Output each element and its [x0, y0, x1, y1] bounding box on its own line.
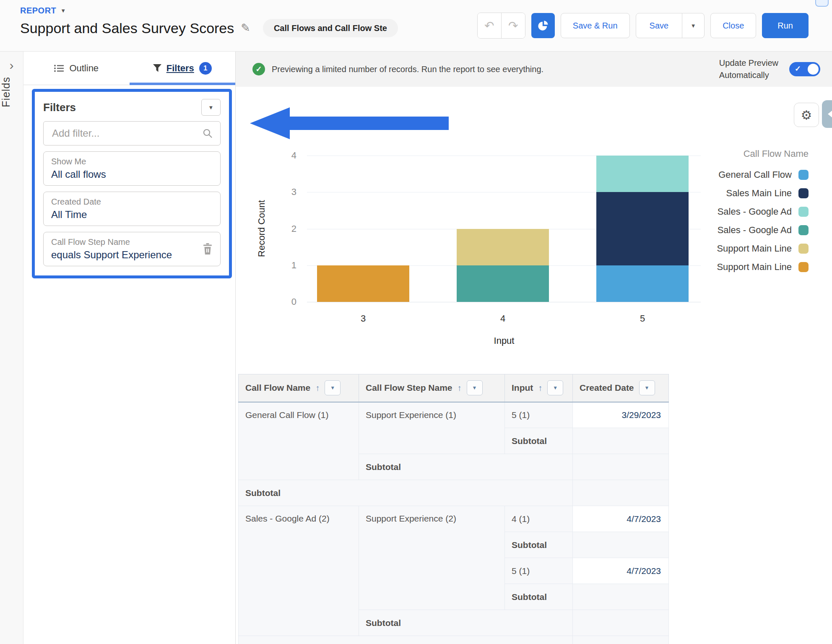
table-row: Subtotal	[239, 480, 669, 506]
toggle-chart-button[interactable]	[531, 13, 555, 38]
group-cell[interactable]: Sales - Google Ad (2)	[239, 506, 359, 636]
created-date-cell[interactable]: 4/7/2023	[573, 506, 669, 532]
legend-swatch	[798, 244, 809, 254]
empty-cell	[573, 428, 669, 454]
panel-tabs: Outline Filters 1	[23, 52, 235, 85]
update-preview-toggle[interactable]: ✓	[789, 62, 820, 76]
trash-icon[interactable]	[203, 243, 213, 255]
subtotal-cell: Subtotal	[239, 636, 573, 644]
column-menu-button[interactable]: ▼	[467, 380, 483, 395]
column-menu-button[interactable]: ▼	[639, 380, 655, 395]
chevron-down-icon: ▼	[691, 23, 696, 29]
report-canvas: ✓ Previewing a limited number of records…	[235, 52, 832, 644]
bar-segment[interactable]	[317, 265, 409, 302]
chart-region: ⚙ Record Count Input 01234345 Call Flow …	[236, 87, 832, 380]
filter-card-created-date[interactable]: Created Date All Time	[43, 192, 221, 226]
check-icon: ✓	[795, 64, 801, 73]
input-value-cell[interactable]: 5 (1)	[505, 558, 573, 584]
legend-swatch	[798, 188, 809, 198]
filters-count-badge: 1	[199, 62, 212, 75]
fields-rail[interactable]: › Fields	[0, 52, 23, 644]
tab-outline-label: Outline	[69, 63, 99, 74]
x-axis-tick: 3	[338, 313, 388, 324]
empty-cell	[573, 610, 669, 636]
preview-message: Previewing a limited number of records. …	[272, 65, 543, 74]
preview-banner: ✓ Previewing a limited number of records…	[236, 52, 832, 87]
filter-label: Call Flow Step Name	[51, 237, 203, 247]
legend-swatch	[798, 170, 809, 180]
app-header: REPORT ▼ Support and Sales Survey Scores…	[0, 0, 832, 52]
add-filter-input[interactable]	[51, 127, 203, 140]
page-title: Support and Sales Survey Scores	[20, 20, 234, 36]
input-value-cell[interactable]: 4 (1)	[505, 506, 573, 532]
legend-label: Sales - Google Ad	[718, 225, 792, 236]
chevron-down-icon: ▼	[208, 104, 214, 111]
group-cell[interactable]: General Call Flow (1)	[239, 402, 359, 480]
legend-item[interactable]: Support Main Line	[670, 239, 809, 258]
column-menu-button[interactable]: ▼	[325, 380, 341, 395]
save-dropdown-button[interactable]: ▼	[682, 13, 704, 38]
report-type-dropdown[interactable]: REPORT ▼	[20, 6, 398, 16]
subtotal-cell: Subtotal	[505, 584, 573, 610]
sort-asc-icon: ↑	[458, 383, 462, 393]
group-cell[interactable]: Support Experience (1)	[359, 402, 505, 454]
bar-segment[interactable]	[457, 229, 549, 265]
bar-segment[interactable]	[457, 265, 549, 302]
x-axis-tick: 4	[478, 313, 528, 324]
filter-card-show-me[interactable]: Show Me All call flows	[43, 151, 221, 186]
filter-label: Created Date	[51, 197, 213, 207]
legend-label: Support Main Line	[717, 262, 792, 273]
fields-rail-label: Fields	[0, 77, 12, 107]
legend-swatch	[798, 262, 809, 272]
empty-cell	[573, 584, 669, 610]
edit-pencil-icon[interactable]: ✎	[241, 21, 250, 35]
undo-icon: ↶	[484, 19, 494, 33]
y-axis-tick: 4	[278, 150, 296, 161]
subtotal-cell: Subtotal	[359, 610, 573, 636]
gridline	[307, 302, 701, 302]
input-value-cell[interactable]: 5 (1)	[505, 402, 573, 428]
created-date-cell[interactable]: 3/29/2023	[573, 402, 669, 428]
undo-button[interactable]: ↶	[478, 13, 501, 38]
group-cell[interactable]: Support Experience (2)	[359, 506, 505, 610]
redo-button[interactable]: ↷	[501, 13, 525, 38]
created-date-cell[interactable]: 4/7/2023	[573, 558, 669, 584]
save-and-run-button[interactable]: Save & Run	[561, 13, 630, 38]
filter-card-call-flow-step-name[interactable]: Call Flow Step Name equals Support Exper…	[43, 232, 221, 266]
outline-list-icon	[54, 65, 64, 72]
subtotal-cell: Subtotal	[505, 532, 573, 558]
filters-panel-title: Filters	[43, 101, 76, 114]
column-header-created-date[interactable]: Created Date ▼	[573, 374, 669, 402]
column-header-call-flow-name[interactable]: Call Flow Name ↑ ▼	[239, 374, 359, 402]
column-menu-button[interactable]: ▼	[547, 380, 563, 395]
chart-legend: Call Flow Name General Call FlowSales Ma…	[670, 145, 809, 276]
run-button[interactable]: Run	[762, 13, 809, 38]
legend-item[interactable]: Sales Main Line	[670, 184, 809, 203]
tab-filters-label: Filters	[166, 63, 194, 74]
table-header-row: Call Flow Name ↑ ▼ Call Flow Step Name ↑…	[239, 374, 669, 402]
x-axis-title: Input	[494, 335, 515, 346]
expand-chevron-icon[interactable]: ›	[0, 59, 23, 72]
tab-outline[interactable]: Outline	[23, 52, 130, 85]
tab-filters[interactable]: Filters 1	[130, 52, 236, 85]
save-split-button: Save ▼	[636, 13, 705, 38]
close-button[interactable]: Close	[710, 13, 756, 38]
add-filter-field	[43, 121, 221, 145]
column-header-input[interactable]: Input ↑ ▼	[505, 374, 573, 402]
subtotal-cell: Subtotal	[239, 480, 573, 506]
save-button[interactable]: Save	[636, 13, 682, 38]
column-header-call-flow-step-name[interactable]: Call Flow Step Name ↑ ▼	[359, 374, 505, 402]
report-preview-table: Call Flow Name ↑ ▼ Call Flow Step Name ↑…	[238, 374, 669, 644]
legend-title: Call Flow Name	[670, 145, 809, 162]
filters-menu-button[interactable]: ▼	[201, 99, 221, 116]
table-row: Sales - Google Ad (2) Support Experience…	[239, 506, 669, 532]
filters-panel-highlight-box: Filters ▼ Show Me All call flows Created…	[32, 89, 232, 278]
legend-item[interactable]: Sales - Google Ad	[670, 203, 809, 221]
redo-icon: ↷	[508, 19, 518, 33]
legend-item[interactable]: Support Main Line	[670, 258, 809, 276]
legend-item[interactable]: General Call Flow	[670, 166, 809, 184]
legend-item[interactable]: Sales - Google Ad	[670, 221, 809, 239]
subtotal-cell: Subtotal	[505, 428, 573, 454]
legend-swatch	[798, 225, 809, 235]
empty-cell	[573, 454, 669, 480]
